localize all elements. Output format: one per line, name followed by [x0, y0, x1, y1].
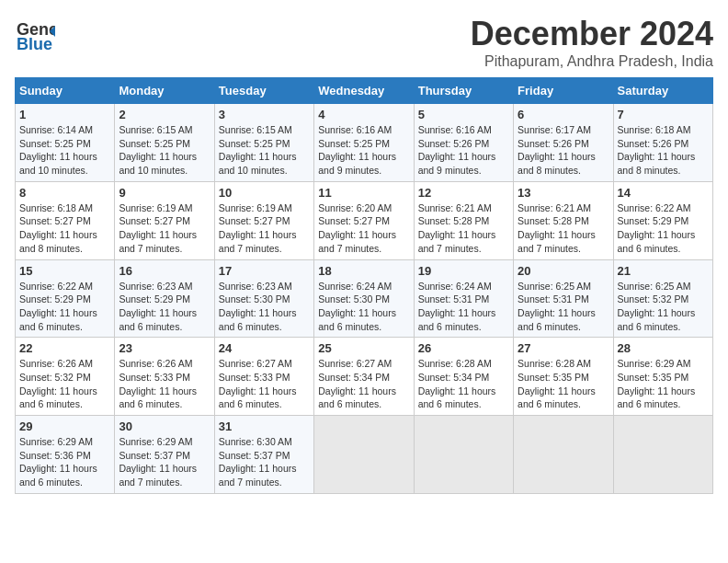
calendar-cell: 19Sunrise: 6:24 AMSunset: 5:31 PMDayligh…	[414, 259, 513, 338]
calendar-week-row: 1Sunrise: 6:14 AMSunset: 5:25 PMDaylight…	[16, 104, 713, 182]
day-number: 2	[119, 108, 210, 121]
day-info: Sunrise: 6:29 AMSunset: 5:37 PMDaylight:…	[119, 435, 210, 489]
calendar-cell	[414, 416, 513, 494]
calendar-cell: 1Sunrise: 6:14 AMSunset: 5:25 PMDaylight…	[16, 104, 115, 182]
day-number: 23	[119, 341, 210, 355]
calendar-cell: 16Sunrise: 6:23 AMSunset: 5:29 PMDayligh…	[115, 259, 214, 338]
day-info: Sunrise: 6:28 AMSunset: 5:34 PMDaylight:…	[418, 357, 509, 411]
day-info: Sunrise: 6:23 AMSunset: 5:30 PMDaylight:…	[219, 280, 310, 334]
day-info: Sunrise: 6:14 AMSunset: 5:25 PMDaylight:…	[19, 123, 110, 178]
day-number: 3	[219, 108, 310, 121]
day-info: Sunrise: 6:16 AMSunset: 5:25 PMDaylight:…	[318, 123, 409, 178]
day-info: Sunrise: 6:30 AMSunset: 5:37 PMDaylight:…	[219, 435, 310, 489]
day-info: Sunrise: 6:26 AMSunset: 5:32 PMDaylight:…	[19, 357, 110, 411]
calendar-cell: 8Sunrise: 6:18 AMSunset: 5:27 PMDaylight…	[16, 181, 115, 259]
day-header-saturday: Saturday	[613, 78, 712, 104]
calendar-cell: 3Sunrise: 6:15 AMSunset: 5:25 PMDaylight…	[214, 104, 313, 182]
day-number: 4	[318, 108, 409, 121]
calendar-cell: 29Sunrise: 6:29 AMSunset: 5:36 PMDayligh…	[16, 416, 115, 494]
day-number: 17	[219, 264, 310, 278]
calendar-cell: 14Sunrise: 6:22 AMSunset: 5:29 PMDayligh…	[613, 181, 712, 259]
calendar-cell: 6Sunrise: 6:17 AMSunset: 5:26 PMDaylight…	[514, 104, 613, 182]
day-info: Sunrise: 6:26 AMSunset: 5:33 PMDaylight:…	[119, 357, 210, 411]
calendar-cell: 24Sunrise: 6:27 AMSunset: 5:33 PMDayligh…	[214, 338, 313, 416]
calendar-cell: 26Sunrise: 6:28 AMSunset: 5:34 PMDayligh…	[414, 338, 513, 416]
day-info: Sunrise: 6:15 AMSunset: 5:25 PMDaylight:…	[119, 123, 210, 178]
day-info: Sunrise: 6:22 AMSunset: 5:29 PMDaylight:…	[618, 201, 709, 256]
day-number: 20	[518, 264, 609, 278]
day-info: Sunrise: 6:27 AMSunset: 5:34 PMDaylight:…	[318, 357, 409, 411]
day-info: Sunrise: 6:19 AMSunset: 5:27 PMDaylight:…	[219, 201, 310, 256]
calendar-cell: 17Sunrise: 6:23 AMSunset: 5:30 PMDayligh…	[214, 259, 313, 338]
day-info: Sunrise: 6:23 AMSunset: 5:29 PMDaylight:…	[119, 280, 210, 334]
day-number: 29	[19, 419, 110, 433]
title-area: December 2024 Pithapuram, Andhra Pradesh…	[471, 15, 713, 70]
day-number: 27	[518, 341, 609, 355]
calendar-cell	[514, 416, 613, 494]
day-number: 7	[618, 108, 709, 121]
calendar-cell: 21Sunrise: 6:25 AMSunset: 5:32 PMDayligh…	[613, 259, 712, 338]
day-info: Sunrise: 6:21 AMSunset: 5:28 PMDaylight:…	[418, 201, 509, 256]
day-info: Sunrise: 6:18 AMSunset: 5:26 PMDaylight:…	[618, 123, 709, 178]
calendar-cell: 10Sunrise: 6:19 AMSunset: 5:27 PMDayligh…	[214, 181, 313, 259]
day-info: Sunrise: 6:15 AMSunset: 5:25 PMDaylight:…	[219, 123, 310, 178]
day-info: Sunrise: 6:19 AMSunset: 5:27 PMDaylight:…	[119, 201, 210, 256]
calendar-cell: 12Sunrise: 6:21 AMSunset: 5:28 PMDayligh…	[414, 181, 513, 259]
calendar-body: 1Sunrise: 6:14 AMSunset: 5:25 PMDaylight…	[16, 104, 713, 494]
calendar-cell: 7Sunrise: 6:18 AMSunset: 5:26 PMDaylight…	[613, 104, 712, 182]
day-number: 15	[19, 264, 110, 278]
day-info: Sunrise: 6:29 AMSunset: 5:36 PMDaylight:…	[19, 435, 110, 489]
calendar-cell: 28Sunrise: 6:29 AMSunset: 5:35 PMDayligh…	[613, 338, 712, 416]
day-info: Sunrise: 6:18 AMSunset: 5:27 PMDaylight:…	[19, 201, 110, 256]
calendar-cell: 15Sunrise: 6:22 AMSunset: 5:29 PMDayligh…	[16, 259, 115, 338]
header: General Blue December 2024 Pithapuram, A…	[15, 15, 713, 70]
day-info: Sunrise: 6:17 AMSunset: 5:26 PMDaylight:…	[518, 123, 609, 178]
logo: General Blue	[15, 15, 55, 55]
calendar-cell: 4Sunrise: 6:16 AMSunset: 5:25 PMDaylight…	[314, 104, 414, 182]
location-title: Pithapuram, Andhra Pradesh, India	[471, 53, 713, 70]
calendar-cell: 23Sunrise: 6:26 AMSunset: 5:33 PMDayligh…	[115, 338, 214, 416]
calendar-cell: 25Sunrise: 6:27 AMSunset: 5:34 PMDayligh…	[314, 338, 414, 416]
day-number: 11	[318, 186, 409, 200]
day-number: 9	[119, 186, 210, 200]
calendar-week-row: 29Sunrise: 6:29 AMSunset: 5:36 PMDayligh…	[16, 416, 713, 494]
calendar-cell: 11Sunrise: 6:20 AMSunset: 5:27 PMDayligh…	[314, 181, 414, 259]
day-number: 10	[219, 186, 310, 200]
calendar-cell: 13Sunrise: 6:21 AMSunset: 5:28 PMDayligh…	[514, 181, 613, 259]
day-info: Sunrise: 6:21 AMSunset: 5:28 PMDaylight:…	[518, 201, 609, 256]
day-info: Sunrise: 6:16 AMSunset: 5:26 PMDaylight:…	[418, 123, 509, 178]
day-header-wednesday: Wednesday	[314, 78, 414, 104]
day-header-friday: Friday	[514, 78, 613, 104]
svg-text:Blue: Blue	[17, 35, 52, 53]
calendar-cell: 18Sunrise: 6:24 AMSunset: 5:30 PMDayligh…	[314, 259, 414, 338]
calendar-week-row: 15Sunrise: 6:22 AMSunset: 5:29 PMDayligh…	[16, 259, 713, 338]
day-header-tuesday: Tuesday	[214, 78, 313, 104]
day-header-thursday: Thursday	[414, 78, 513, 104]
day-info: Sunrise: 6:27 AMSunset: 5:33 PMDaylight:…	[219, 357, 310, 411]
calendar-week-row: 22Sunrise: 6:26 AMSunset: 5:32 PMDayligh…	[16, 338, 713, 416]
day-number: 22	[19, 341, 110, 355]
calendar-cell: 20Sunrise: 6:25 AMSunset: 5:31 PMDayligh…	[514, 259, 613, 338]
calendar-cell: 30Sunrise: 6:29 AMSunset: 5:37 PMDayligh…	[115, 416, 214, 494]
calendar-table: SundayMondayTuesdayWednesdayThursdayFrid…	[15, 77, 713, 494]
day-number: 13	[518, 186, 609, 200]
day-number: 19	[418, 264, 509, 278]
day-info: Sunrise: 6:25 AMSunset: 5:32 PMDaylight:…	[618, 280, 709, 334]
day-number: 28	[618, 341, 709, 355]
day-number: 26	[418, 341, 509, 355]
day-number: 31	[219, 419, 310, 433]
day-info: Sunrise: 6:29 AMSunset: 5:35 PMDaylight:…	[618, 357, 709, 411]
day-info: Sunrise: 6:28 AMSunset: 5:35 PMDaylight:…	[518, 357, 609, 411]
day-number: 18	[318, 264, 409, 278]
day-number: 8	[19, 186, 110, 200]
calendar-cell	[314, 416, 414, 494]
day-number: 12	[418, 186, 509, 200]
day-info: Sunrise: 6:24 AMSunset: 5:30 PMDaylight:…	[318, 280, 409, 334]
day-number: 25	[318, 341, 409, 355]
calendar-cell: 2Sunrise: 6:15 AMSunset: 5:25 PMDaylight…	[115, 104, 214, 182]
calendar-cell: 31Sunrise: 6:30 AMSunset: 5:37 PMDayligh…	[214, 416, 313, 494]
day-number: 6	[518, 108, 609, 121]
day-header-sunday: Sunday	[16, 78, 115, 104]
day-info: Sunrise: 6:22 AMSunset: 5:29 PMDaylight:…	[19, 280, 110, 334]
day-number: 1	[19, 108, 110, 121]
